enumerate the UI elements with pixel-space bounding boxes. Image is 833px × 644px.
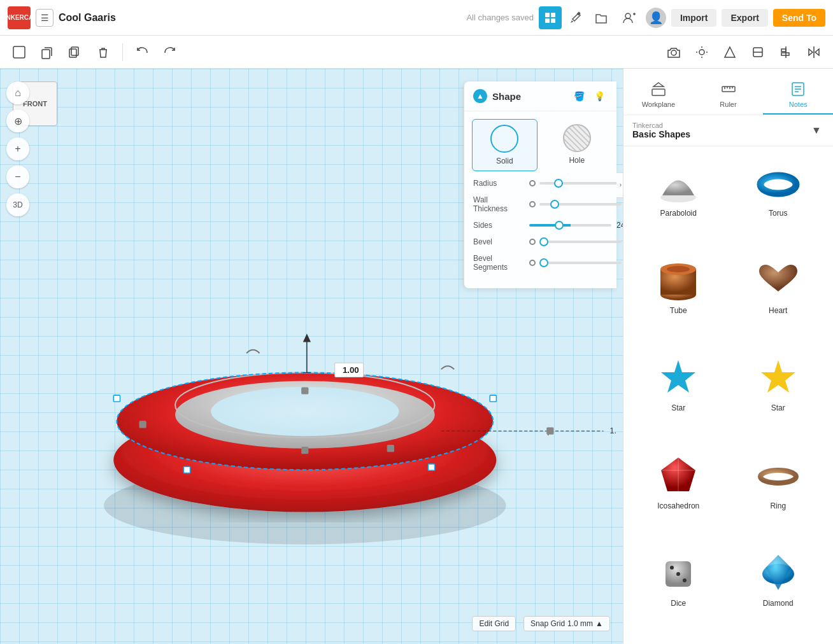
svg-rect-38 xyxy=(302,388,308,394)
toolbar-divider-1 xyxy=(122,43,123,61)
object-icon[interactable] xyxy=(746,41,769,64)
delete-button[interactable] xyxy=(92,41,115,64)
svg-rect-23 xyxy=(781,53,789,55)
sides-label: Sides xyxy=(473,221,524,230)
shape-item-star-yellow[interactable]: Star xyxy=(729,346,829,444)
svg-rect-40 xyxy=(387,445,394,452)
3d-viewport[interactable]: ⌂ ⊕ + − 3D FRONT xyxy=(0,69,623,644)
radius-slider[interactable] xyxy=(539,182,622,185)
bevel-segments-slider[interactable] xyxy=(539,262,622,264)
mirror-icon[interactable] xyxy=(802,41,825,64)
shape-item-torus[interactable]: Torus xyxy=(729,151,829,249)
snap-grid-control[interactable]: Snap Grid 1.0 mm ▲ xyxy=(523,616,610,631)
panel-chevron[interactable]: › xyxy=(616,172,623,198)
heart-thumb xyxy=(753,258,804,302)
svg-point-5 xyxy=(625,13,630,18)
svg-text:1.: 1. xyxy=(610,426,616,435)
wall-thickness-slider[interactable] xyxy=(539,203,622,206)
category-dropdown-button[interactable]: ▼ xyxy=(809,123,824,138)
star-yellow-label: Star xyxy=(771,403,785,412)
shape-item-diamond[interactable]: Diamond xyxy=(729,542,829,639)
bevel-slider[interactable] xyxy=(539,241,622,243)
project-menu-icon[interactable]: ☰ xyxy=(36,9,53,27)
notes-button[interactable]: Notes xyxy=(763,75,833,115)
sides-slider[interactable] xyxy=(529,224,611,227)
heart-label: Heart xyxy=(769,306,787,315)
import-button[interactable]: Import xyxy=(671,9,717,27)
fit-view-button[interactable]: ⊕ xyxy=(6,109,29,132)
diamond-thumb xyxy=(753,550,804,595)
shape-item-ring[interactable]: Ring xyxy=(729,444,829,542)
svg-point-12 xyxy=(671,50,676,55)
ring-label: Ring xyxy=(770,501,786,510)
grid-view-icon[interactable] xyxy=(539,6,562,29)
shape-item-paraboloid[interactable]: Paraboloid xyxy=(629,151,729,249)
hammer-icon[interactable] xyxy=(564,6,587,29)
svg-point-78 xyxy=(676,572,680,576)
workplane-button[interactable]: Workplane xyxy=(623,75,694,115)
bevel-segments-row: BevelSegments 1 xyxy=(473,254,608,272)
align-icon[interactable] xyxy=(774,41,797,64)
home-view-button[interactable]: ⌂ xyxy=(6,81,29,104)
right-top-icons: Workplane Ruler Notes xyxy=(623,69,833,115)
svg-point-77 xyxy=(683,578,687,582)
shape-item-heart[interactable]: Heart xyxy=(729,249,829,346)
star-teal-thumb xyxy=(653,355,704,400)
duplicate-button[interactable] xyxy=(64,41,87,64)
solid-label: Solid xyxy=(496,157,513,165)
svg-rect-0 xyxy=(545,13,550,17)
edit-grid-button[interactable]: Edit Grid xyxy=(472,616,516,631)
svg-point-68 xyxy=(667,266,690,272)
zoom-out-button[interactable]: − xyxy=(6,165,29,188)
lightbulb-icon[interactable]: 💡 xyxy=(591,88,608,104)
folder-icon[interactable] xyxy=(590,6,613,29)
hole-label: Hole xyxy=(569,156,585,165)
light-icon[interactable] xyxy=(690,41,713,64)
topbar-view-icons xyxy=(539,6,613,29)
sides-value: 24 xyxy=(616,221,623,230)
radius-dot xyxy=(529,180,536,186)
svg-marker-69 xyxy=(661,360,695,393)
shape-icon[interactable] xyxy=(718,41,741,64)
svg-rect-37 xyxy=(428,464,434,470)
shape-properties-panel: ▲ Shape 🪣 💡 › Solid Hole Radius xyxy=(464,81,616,288)
shape-item-icosahedron[interactable]: Icosahedron xyxy=(629,444,729,542)
edit-toolbar xyxy=(0,36,833,69)
shape-item-dice[interactable]: Dice xyxy=(629,542,729,639)
tube-thumb xyxy=(653,258,704,302)
torus-label: Torus xyxy=(769,209,787,218)
zoom-in-button[interactable]: + xyxy=(6,137,29,160)
camera-icon[interactable] xyxy=(662,41,685,64)
perspective-button[interactable]: 3D xyxy=(6,193,29,216)
new-shape-button[interactable] xyxy=(8,41,31,64)
workplane-label: Workplane xyxy=(642,101,675,108)
bevel-segments-label: BevelSegments xyxy=(473,254,524,272)
paraboloid-label: Paraboloid xyxy=(660,209,697,218)
redo-button[interactable] xyxy=(159,41,182,64)
snap-dropdown-icon: ▲ xyxy=(595,619,603,628)
solid-type-button[interactable]: Solid xyxy=(472,119,538,171)
user-avatar[interactable]: 👤 xyxy=(646,8,666,28)
svg-rect-36 xyxy=(183,466,190,473)
project-title[interactable]: Cool Gaaris xyxy=(59,12,116,24)
add-user-icon[interactable] xyxy=(618,6,641,29)
shape-panel-collapse-button[interactable]: ▲ xyxy=(473,89,487,103)
hole-icon xyxy=(563,124,591,152)
svg-point-64 xyxy=(760,176,796,193)
shape-item-star-teal[interactable]: Star xyxy=(629,346,729,444)
paint-bucket-icon[interactable]: 🪣 xyxy=(571,88,587,104)
svg-rect-35 xyxy=(490,395,496,402)
send-to-button[interactable]: Send To xyxy=(773,9,825,27)
undo-button[interactable] xyxy=(131,41,153,64)
paraboloid-thumb xyxy=(653,160,704,205)
hole-type-button[interactable]: Hole xyxy=(545,119,609,171)
wall-thickness-label: WallThickness xyxy=(473,195,524,213)
svg-rect-1 xyxy=(551,13,555,17)
svg-marker-44 xyxy=(303,333,311,342)
shape-panel-header: ▲ Shape 🪣 💡 › xyxy=(464,81,616,111)
export-button[interactable]: Export xyxy=(722,9,767,27)
shape-item-tube[interactable]: Tube xyxy=(629,249,729,346)
ruler-button[interactable]: Ruler xyxy=(694,75,764,115)
copy-button[interactable] xyxy=(36,41,59,64)
svg-marker-26 xyxy=(815,49,819,55)
